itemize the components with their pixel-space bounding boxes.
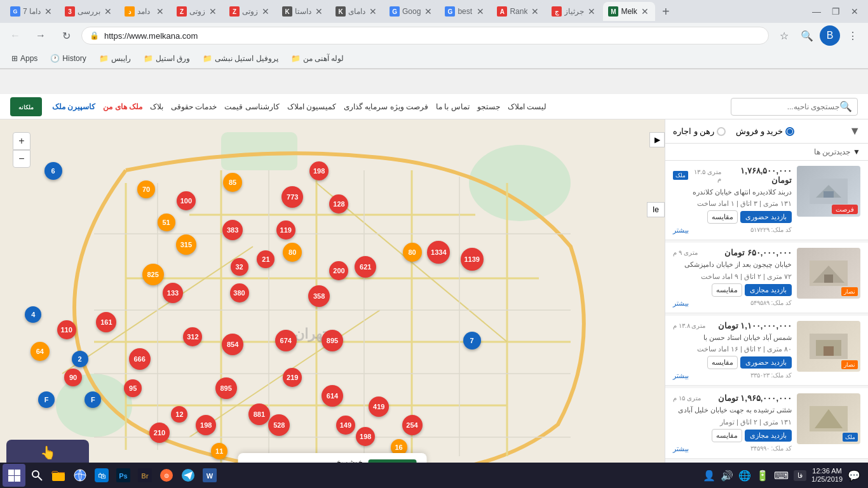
marker-orange-64[interactable]: 64 xyxy=(31,342,50,361)
marker-red-895b[interactable]: 895 xyxy=(322,330,343,351)
marker-red-773[interactable]: 773 xyxy=(281,186,303,208)
tab-6[interactable]: K داستا ✕ xyxy=(277,2,329,21)
nav-legal[interactable]: خدمات حقوقی xyxy=(171,102,217,111)
marker-orange-51[interactable]: 51 xyxy=(158,214,175,231)
search-input[interactable] xyxy=(744,102,839,111)
marker-red-528[interactable]: 528 xyxy=(268,414,290,436)
taskbar-file-explorer[interactable] xyxy=(48,465,69,485)
nav-mymelk[interactable]: ملک های من xyxy=(103,102,142,111)
tab-2-close[interactable]: ✕ xyxy=(103,6,113,17)
bookmark-folder-2[interactable]: 📁 ورق استیل xyxy=(140,53,194,64)
tab-2[interactable]: 3 بررسی ✕ xyxy=(60,2,118,21)
virtual-visit-btn-2[interactable]: بازدید مجازی xyxy=(745,284,792,296)
tab-8-close[interactable]: ✕ xyxy=(423,6,433,17)
taskbar-word[interactable]: W xyxy=(200,465,220,485)
tab-4[interactable]: Z زوتی ✕ xyxy=(172,2,223,21)
marker-red-854[interactable]: 854 xyxy=(222,334,243,355)
marker-red-614[interactable]: 614 xyxy=(322,385,343,407)
expand-button[interactable]: ▶ xyxy=(649,132,665,147)
tab-12-close[interactable]: ✕ xyxy=(640,6,650,17)
virtual-visit-btn-3[interactable]: بازدید حضوری xyxy=(740,356,792,369)
tab-10[interactable]: A Rank ✕ xyxy=(492,2,545,21)
tab-7-close[interactable]: ✕ xyxy=(368,6,378,17)
property-4-more[interactable]: بیشتر xyxy=(673,445,689,453)
marker-red-12[interactable]: 12 xyxy=(171,406,187,423)
bookmark-folder-4[interactable]: 📁 لوله آهنی من xyxy=(287,53,348,64)
settings-button[interactable]: ⋮ xyxy=(843,25,863,46)
tray-notification-icon[interactable]: 💬 xyxy=(848,470,860,482)
history-bookmark[interactable]: 🕐 History xyxy=(46,53,90,64)
compare-btn-1[interactable]: مقایسه xyxy=(707,210,738,224)
tab-12[interactable]: M Melk ✕ xyxy=(603,2,654,21)
tab-11[interactable]: ج جرثیاز ✕ xyxy=(546,2,602,21)
marker-red-198c[interactable]: 198 xyxy=(356,427,375,446)
compare-btn-3[interactable]: مقایسه xyxy=(707,356,738,369)
marker-red-32[interactable]: 32 xyxy=(231,258,248,276)
zoom-out-button[interactable]: − xyxy=(13,150,31,168)
tray-sound-icon[interactable]: 🔊 xyxy=(721,470,733,482)
marker-blue-4[interactable]: 4 xyxy=(25,306,41,323)
taskbar-telegram[interactable] xyxy=(178,465,198,485)
maximize-button[interactable]: ❐ xyxy=(827,3,844,20)
taskbar-bridge[interactable]: Br xyxy=(135,465,155,485)
marker-red-666[interactable]: 666 xyxy=(129,348,151,370)
tray-keyboard-icon[interactable]: ⌨ xyxy=(774,470,789,482)
tab-6-close[interactable]: ✕ xyxy=(314,6,324,17)
marker-red-149[interactable]: 149 xyxy=(336,416,355,435)
close-window-button[interactable]: ✕ xyxy=(846,3,863,20)
start-button[interactable] xyxy=(3,464,25,487)
tray-language[interactable]: فا xyxy=(794,470,806,481)
marker-red-198a[interactable]: 198 xyxy=(309,161,329,180)
tray-people-icon[interactable]: 👤 xyxy=(703,470,715,482)
filter-icon[interactable]: ▼ xyxy=(849,125,860,138)
radio-buy[interactable]: خرید و فروش xyxy=(736,126,794,136)
tab-1-close[interactable]: ✕ xyxy=(43,6,53,17)
tab-9-close[interactable]: ✕ xyxy=(475,6,485,17)
nav-caspiran[interactable]: کاسپیرن ملک xyxy=(52,102,95,111)
virtual-visit-btn-4[interactable]: بازدید مجازی xyxy=(745,430,792,442)
user-button[interactable]: B xyxy=(820,25,840,46)
marker-red-200[interactable]: 200 xyxy=(329,261,348,280)
forward-button[interactable]: → xyxy=(31,25,51,46)
marker-orange-80b[interactable]: 80 xyxy=(403,243,422,262)
tab-9[interactable]: G best ✕ xyxy=(440,2,491,21)
tab-1[interactable]: G 7 داما ✕ xyxy=(5,2,58,21)
marker-red-161[interactable]: 161 xyxy=(96,312,116,332)
tab-3[interactable]: د دامد ✕ xyxy=(119,2,170,21)
marker-red-100[interactable]: 100 xyxy=(177,191,196,210)
new-tab-button[interactable]: + xyxy=(656,2,675,21)
marker-red-895a[interactable]: 895 xyxy=(215,377,237,399)
search-box[interactable]: 🔍 xyxy=(731,98,858,116)
marker-red-383[interactable]: 383 xyxy=(222,220,243,240)
marker-red-110[interactable]: 110 xyxy=(57,320,76,339)
virtual-visit-btn-1[interactable]: بازدید حضوری xyxy=(740,211,792,223)
property-2-more[interactable]: بیشتر xyxy=(673,299,689,308)
marker-red-881[interactable]: 881 xyxy=(248,403,270,425)
back-button[interactable]: ← xyxy=(5,25,25,46)
marker-red-210[interactable]: 210 xyxy=(149,423,170,443)
nav-blog[interactable]: بلاک xyxy=(150,102,163,111)
compare-btn-2[interactable]: مقایسه xyxy=(712,283,742,297)
marker-red-1334[interactable]: 1334 xyxy=(427,241,450,264)
marker-blue-2[interactable]: 2 xyxy=(72,351,88,367)
marker-blue-f2[interactable]: F xyxy=(85,391,101,408)
marker-red-21[interactable]: 21 xyxy=(257,250,275,268)
taskbar-photoshop[interactable]: Ps xyxy=(113,465,133,485)
nav-invest[interactable]: فرصت ویژه سرمایه گذاری xyxy=(344,102,428,111)
marker-red-198b[interactable]: 198 xyxy=(196,415,216,435)
marker-red-254[interactable]: 254 xyxy=(402,415,423,435)
marker-red-119[interactable]: 119 xyxy=(276,220,295,240)
taskbar-app1[interactable]: ⊚ xyxy=(156,465,177,485)
tab-5[interactable]: Z زوتی ✕ xyxy=(224,2,276,21)
marker-orange-70[interactable]: 70 xyxy=(137,180,155,198)
marker-red-1139[interactable]: 1139 xyxy=(461,248,484,271)
marker-red-219[interactable]: 219 xyxy=(283,368,302,387)
marker-red-621[interactable]: 621 xyxy=(355,256,376,278)
bookmark-star-button[interactable]: ☆ xyxy=(774,25,794,46)
bookmark-folder-3[interactable]: 📁 پروفیل استیل نبشی xyxy=(199,53,282,64)
nav-contact[interactable]: تماس با ما xyxy=(436,102,470,111)
marker-red-312[interactable]: 312 xyxy=(183,327,202,346)
sort-bar[interactable]: ▼ جدیدترین ها xyxy=(665,144,868,161)
url-bar[interactable]: 🔒 https://www.melkana.com xyxy=(81,27,769,44)
zoom-in-button[interactable]: + xyxy=(13,132,31,150)
